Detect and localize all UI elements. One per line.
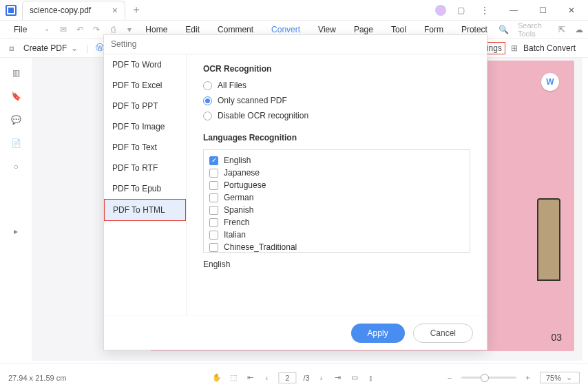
lang-option-portuguese[interactable]: Portuguese — [209, 179, 464, 191]
zoom-out-icon[interactable]: − — [445, 374, 454, 382]
minimize-button[interactable]: — — [504, 3, 523, 17]
lang-label: Chinese_Traditional — [224, 242, 297, 252]
lang-heading: Languages Recognition — [203, 133, 470, 142]
selected-languages-summary: English — [203, 260, 470, 269]
lang-option-italian[interactable]: Italian — [209, 229, 464, 241]
statusbar: 27.94 x 21.59 cm ✋ ⬚ ⇤ ‹ 2 /3 › ⇥ ▭ ⫿ − … — [0, 363, 588, 391]
checkbox-icon — [209, 181, 218, 190]
menu-tool[interactable]: Tool — [384, 25, 413, 34]
redo-icon[interactable]: ↷ — [92, 25, 101, 34]
next-page-icon[interactable]: › — [317, 374, 326, 382]
menu-convert[interactable]: Convert — [264, 25, 307, 34]
window-controls: ▢ ⋮ — ☐ ✕ — [435, 3, 588, 17]
menu-home[interactable]: Home — [138, 25, 174, 34]
thumbnails-icon[interactable]: ▥ — [10, 67, 21, 78]
select-tool-icon[interactable]: ⬚ — [229, 373, 238, 382]
menu-protect[interactable]: Protect — [454, 25, 494, 34]
settings-dialog: Setting PDF To Word PDF To Excel PDF To … — [103, 34, 487, 350]
ocr-option-label: Only scanned PDF — [218, 96, 287, 105]
sidebar-item-pdf-to-html[interactable]: PDF To HTML — [104, 199, 186, 221]
comments-icon[interactable]: 💬 — [10, 114, 21, 125]
document-tab[interactable]: science-copy.pdf × — [22, 1, 125, 20]
hand-tool-icon[interactable]: ✋ — [212, 373, 222, 382]
dialog-main-panel: OCR Recognition All Files Only scanned P… — [187, 54, 487, 315]
menu-comment[interactable]: Comment — [211, 25, 260, 34]
view-mode-icon[interactable]: ⫿ — [366, 374, 376, 382]
sidebar-item-pdf-to-rtf[interactable]: PDF To RTF — [104, 158, 186, 178]
search-icon[interactable]: 🔍 — [498, 25, 508, 34]
more-icon[interactable]: ⋮ — [475, 3, 494, 17]
attachments-icon[interactable]: 📄 — [10, 138, 21, 149]
fit-page-icon[interactable]: ▭ — [350, 373, 359, 382]
last-page-icon[interactable]: ⇥ — [333, 373, 343, 382]
radio-icon — [203, 112, 212, 120]
menu-form[interactable]: Form — [417, 25, 450, 34]
page-nav-controls: ✋ ⬚ ⇤ ‹ 2 /3 › ⇥ ▭ ⫿ — [212, 372, 375, 383]
mail-icon[interactable]: ✉ — [59, 25, 68, 34]
chevron-down-icon: ⌄ — [70, 43, 79, 53]
quick-access-toolbar: ▫ ✉ ↶ ↷ ⎙ ▾ — [42, 25, 134, 34]
apply-button[interactable]: Apply — [351, 324, 405, 343]
expand-sidebar-icon[interactable]: ▸ — [10, 226, 21, 237]
share-square-icon[interactable]: ▢ — [456, 6, 465, 15]
ocr-option-only-scanned[interactable]: Only scanned PDF — [203, 96, 470, 105]
cloud-icon[interactable]: ☁ — [575, 25, 583, 34]
page-dimensions-label: 27.94 x 21.59 cm — [8, 374, 66, 382]
zoom-in-icon[interactable]: ＋ — [523, 372, 533, 383]
word-badge-icon[interactable]: W — [541, 73, 559, 91]
checkbox-icon — [209, 218, 218, 227]
lang-option-chinese-traditional[interactable]: Chinese_Traditional — [209, 241, 464, 253]
zoom-level-dropdown[interactable]: 75% ⌄ — [540, 372, 580, 383]
lang-option-english[interactable]: English — [209, 154, 464, 167]
checkbox-checked-icon — [209, 156, 218, 165]
sidebar-item-pdf-to-epub[interactable]: PDF To Epub — [104, 178, 186, 199]
undo-icon[interactable]: ↶ — [75, 25, 85, 34]
ocr-option-disable[interactable]: Disable OCR recognition — [203, 111, 470, 120]
search-tools-input[interactable]: Search Tools — [518, 21, 549, 38]
lang-option-spanish[interactable]: Spanish — [209, 204, 464, 216]
first-page-icon[interactable]: ⇤ — [245, 373, 255, 382]
menu-page[interactable]: Page — [347, 25, 380, 34]
lang-label: Italian — [224, 230, 246, 240]
dropdown-icon[interactable]: ▾ — [125, 25, 134, 34]
languages-listbox[interactable]: English Japanese Portuguese German Spani… — [203, 149, 470, 253]
sidebar-item-pdf-to-word[interactable]: PDF To Word — [104, 54, 186, 75]
sidebar-item-pdf-to-text[interactable]: PDF To Text — [104, 137, 186, 158]
print-icon[interactable]: ⎙ — [108, 25, 118, 34]
export-icon[interactable]: ⇱ — [558, 25, 565, 34]
radio-selected-icon — [203, 96, 212, 105]
close-tab-icon[interactable]: × — [112, 5, 118, 16]
prev-page-icon[interactable]: ‹ — [262, 374, 271, 382]
add-tab-button[interactable]: ＋ — [131, 3, 142, 17]
zoom-slider[interactable] — [461, 377, 516, 379]
menu-file[interactable]: File — [7, 25, 34, 34]
document-illustration — [537, 198, 560, 281]
lang-label: Japanese — [224, 168, 260, 178]
lang-option-french[interactable]: French — [209, 216, 464, 229]
zoom-controls: − ＋ 75% ⌄ — [445, 372, 580, 383]
close-window-button[interactable]: ✕ — [562, 3, 581, 17]
page-number-label: 03 — [551, 332, 562, 343]
bookmarks-icon[interactable]: 🔖 — [10, 91, 21, 102]
profile-icon[interactable] — [435, 5, 446, 16]
menu-edit[interactable]: Edit — [178, 25, 207, 34]
sidebar-item-pdf-to-image[interactable]: PDF To Image — [104, 116, 186, 137]
create-pdf-button[interactable]: Create PDF ⌄ — [23, 43, 79, 53]
cancel-button[interactable]: Cancel — [413, 324, 473, 343]
ocr-option-all-files[interactable]: All Files — [203, 81, 470, 90]
sidebar-item-pdf-to-excel[interactable]: PDF To Excel — [104, 75, 186, 96]
page-number-input[interactable]: 2 — [278, 372, 296, 383]
save-icon[interactable]: ▫ — [42, 25, 52, 34]
lang-option-german[interactable]: German — [209, 191, 464, 204]
batch-convert-button[interactable]: Batch Convert — [523, 43, 576, 53]
crop-icon[interactable]: ⧈ — [7, 43, 17, 53]
chevron-down-icon: ⌄ — [564, 373, 574, 382]
lang-option-japanese[interactable]: Japanese — [209, 167, 464, 179]
sidebar-item-pdf-to-ppt[interactable]: PDF To PPT — [104, 96, 186, 116]
lang-label: English — [224, 156, 251, 165]
menu-view[interactable]: View — [311, 25, 343, 34]
maximize-button[interactable]: ☐ — [533, 3, 552, 17]
batch-icon: ⊞ — [510, 43, 519, 53]
zoom-level-label: 75% — [546, 374, 561, 382]
search-panel-icon[interactable]: ○ — [10, 161, 21, 172]
